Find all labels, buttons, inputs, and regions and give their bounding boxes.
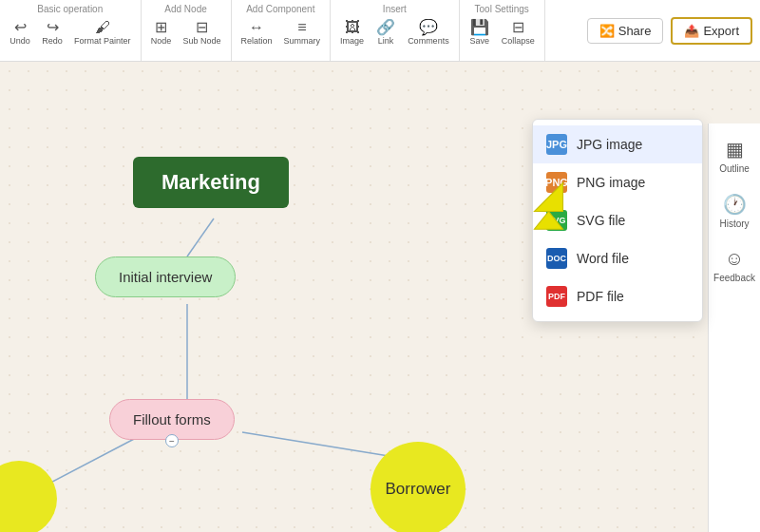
add-component-buttons: ↔ Relation ≡ Summary	[238, 18, 325, 48]
toolbar-group-add-node: Add Node ⊞ Node ⊟ Sub Node	[142, 0, 232, 61]
sub-node-icon: ⊟	[196, 20, 208, 35]
link-label: Link	[378, 36, 394, 46]
node-yellow-left[interactable]	[0, 461, 57, 532]
comments-label: Comments	[408, 36, 449, 46]
export-item-word[interactable]: DOC Word file	[533, 239, 702, 277]
node-label: Node	[151, 36, 172, 46]
save-button[interactable]: 💾 Save	[466, 18, 494, 48]
node-borrower[interactable]: Borrower −	[370, 442, 466, 532]
feedback-icon: ☺	[725, 248, 744, 270]
image-label: Image	[340, 36, 364, 46]
node-initial-interview[interactable]: Initial interview	[95, 256, 236, 297]
redo-icon: ↪	[47, 20, 59, 35]
sub-node-label: Sub Node	[183, 36, 221, 46]
save-icon: 💾	[470, 20, 489, 35]
image-icon: 🖼	[345, 20, 360, 35]
png-label: PNG image	[577, 175, 645, 190]
svg-line-0	[187, 218, 214, 256]
history-panel-item[interactable]: 🕐 History	[719, 193, 749, 229]
toolbar-group-label: Basic operation	[37, 4, 103, 14]
export-item-svg[interactable]: SVG SVG file	[533, 201, 702, 239]
share-button[interactable]: 🔀 Share	[587, 18, 664, 44]
add-component-group-label: Add Component	[246, 4, 314, 14]
format-painter-icon: 🖌	[95, 20, 110, 35]
redo-button[interactable]: ↪ Redo	[38, 18, 66, 48]
export-item-pdf[interactable]: PDF PDF file	[533, 277, 702, 315]
png-icon: PNG	[546, 172, 567, 193]
toolbar-group-buttons: ↩ Undo ↪ Redo 🖌 Format Painter	[6, 18, 135, 48]
collapse-label: Collapse	[502, 36, 535, 46]
undo-icon: ↩	[14, 20, 27, 35]
feedback-panel-item[interactable]: ☺ Feedback	[713, 248, 755, 283]
comments-button[interactable]: 💬 Comments	[404, 18, 453, 48]
export-icon: 📤	[684, 24, 699, 38]
outline-panel-item[interactable]: ▦ Outline	[719, 138, 750, 174]
word-label: Word file	[577, 251, 629, 266]
undo-button[interactable]: ↩ Undo	[6, 18, 34, 48]
undo-label: Undo	[10, 36, 30, 46]
tool-settings-buttons: 💾 Save ⊟ Collapse	[466, 18, 539, 48]
toolbar-group-add-component: Add Component ↔ Relation ≡ Summary	[232, 0, 332, 61]
node-button[interactable]: ⊞ Node	[147, 18, 176, 48]
right-panel: ▦ Outline 🕐 History ☺ Feedback	[708, 124, 760, 532]
jpg-label: JPG image	[577, 137, 642, 152]
export-dropdown: JPG JPG image PNG PNG image SVG SVG file…	[532, 119, 703, 322]
export-label: Export	[703, 24, 739, 38]
toolbar-right: 🔀 Share 📤 Export	[580, 0, 760, 61]
comments-icon: 💬	[419, 20, 438, 35]
node-marketing[interactable]: Marketing	[133, 157, 289, 208]
summary-button[interactable]: ≡ Summary	[280, 18, 325, 48]
collapse-icon: ⊟	[512, 20, 524, 35]
link-icon: 🔗	[376, 20, 395, 35]
format-painter-button[interactable]: 🖌 Format Painter	[70, 18, 135, 48]
export-button[interactable]: 📤 Export	[671, 17, 752, 45]
relation-label: Relation	[241, 36, 273, 46]
format-painter-label: Format Painter	[74, 36, 131, 46]
relation-icon: ↔	[249, 20, 264, 35]
link-button[interactable]: 🔗 Link	[371, 18, 400, 48]
summary-icon: ≡	[297, 20, 306, 35]
outline-icon: ▦	[726, 138, 744, 161]
export-item-jpg[interactable]: JPG JPG image	[533, 125, 702, 163]
toolbar: Basic operation ↩ Undo ↪ Redo 🖌 Format P…	[0, 0, 760, 62]
history-icon: 🕐	[723, 193, 747, 216]
save-label: Save	[469, 36, 489, 46]
tool-settings-group-label: Tool Settings	[475, 4, 529, 14]
outline-label: Outline	[719, 163, 750, 174]
add-node-buttons: ⊞ Node ⊟ Sub Node	[147, 18, 225, 48]
insert-buttons: 🖼 Image 🔗 Link 💬 Comments	[336, 18, 453, 48]
image-button[interactable]: 🖼 Image	[336, 18, 368, 48]
feedback-label: Feedback	[713, 273, 755, 283]
history-label: History	[719, 218, 749, 229]
pdf-icon: PDF	[546, 286, 567, 307]
toolbar-group-insert: Insert 🖼 Image 🔗 Link 💬 Comments	[331, 0, 460, 61]
node-fillout-forms[interactable]: Fillout forms −	[109, 399, 235, 440]
sub-node-button[interactable]: ⊟ Sub Node	[180, 18, 225, 48]
fillout-collapse-dot[interactable]: −	[165, 434, 179, 447]
share-icon: 🔀	[599, 24, 615, 38]
redo-label: Redo	[42, 36, 63, 46]
jpg-icon: JPG	[546, 134, 567, 155]
node-icon: ⊞	[155, 20, 167, 35]
svg-label: SVG file	[577, 213, 625, 228]
toolbar-group-basic-operation: Basic operation ↩ Undo ↪ Redo 🖌 Format P…	[0, 0, 142, 61]
svg-icon: SVG	[546, 210, 567, 231]
relation-button[interactable]: ↔ Relation	[238, 18, 276, 48]
summary-label: Summary	[284, 36, 321, 46]
word-icon: DOC	[546, 248, 567, 269]
canvas: Marketing Initial interview Fillout form…	[0, 62, 760, 532]
pdf-label: PDF file	[577, 289, 624, 304]
export-item-png[interactable]: PNG PNG image	[533, 163, 702, 201]
add-node-group-label: Add Node	[164, 4, 206, 14]
collapse-button[interactable]: ⊟ Collapse	[498, 18, 539, 48]
insert-group-label: Insert	[383, 4, 407, 14]
toolbar-group-tool-settings: Tool Settings 💾 Save ⊟ Collapse	[460, 0, 545, 61]
share-label: Share	[618, 24, 652, 38]
